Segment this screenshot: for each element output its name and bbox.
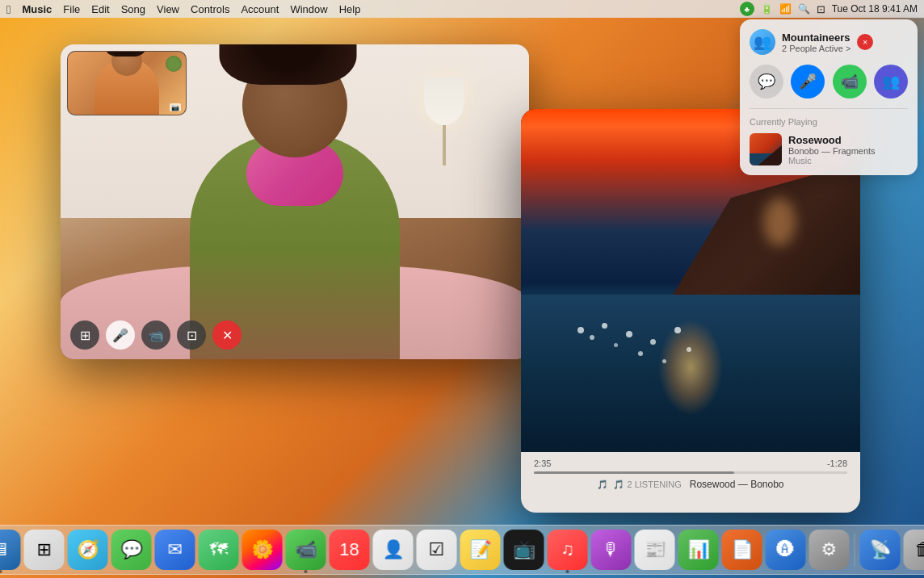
end-call-button[interactable]: ✕: [212, 320, 242, 350]
dock-item-airdrop[interactable]: 📡: [860, 530, 901, 570]
group-subtitle-label[interactable]: 2 People Active >: [782, 44, 850, 53]
particle: [650, 339, 656, 345]
datetime-label[interactable]: Tue Oct 18 9:41 AM: [832, 3, 918, 15]
lamp-decoration: [424, 77, 464, 174]
menu-edit[interactable]: Edit: [91, 3, 109, 15]
dock-item-numbers[interactable]: 📊: [678, 530, 719, 570]
reminders-icon: ☑: [429, 539, 445, 560]
calendar-icon: 18: [339, 539, 359, 560]
facetime-window: 📷 ⊞ 🎤 📹 ⊡ ✕: [61, 44, 529, 359]
music-time-row: 2:35 -1:28: [534, 459, 847, 468]
particle: [602, 323, 607, 329]
dock-item-photos[interactable]: 🌼: [242, 530, 283, 570]
dock-separator: [855, 534, 855, 566]
dock-item-safari[interactable]: 🧭: [68, 530, 108, 570]
music-controls-bar: 2:35 -1:28 🎵 🎵 2 LISTENING Rosewood — Bo…: [521, 452, 860, 513]
people-action-icon: 👥: [882, 73, 900, 90]
menu-view[interactable]: View: [157, 3, 179, 15]
group-avatar-icon: 👥: [750, 29, 775, 55]
mic-icon: 🎤: [112, 328, 128, 343]
notification-actions: 💬 🎤 📹 👥: [750, 65, 908, 98]
mic-action-button[interactable]: 🎤: [791, 65, 825, 98]
dock-item-calendar[interactable]: 18: [330, 530, 370, 570]
music-progress-bar[interactable]: [534, 471, 847, 474]
menubar-left:  Music File Edit Song View Controls Acc…: [6, 2, 360, 16]
notification-popup: 👥 Mountaineers 2 People Active > × 💬 🎤 📹…: [740, 19, 918, 175]
notification-track-info: Rosewood Bonobo — Fragments Music: [788, 134, 908, 165]
apple-logo-icon[interactable]: : [6, 2, 10, 16]
time-remaining: -1:28: [827, 459, 847, 468]
dock-item-pages[interactable]: 📄: [722, 530, 762, 570]
currently-playing-label: Currently Playing: [750, 117, 908, 127]
dock-item-contacts[interactable]: 👤: [373, 530, 414, 570]
menu-song[interactable]: Song: [121, 3, 145, 15]
search-icon[interactable]: 🔍: [798, 3, 810, 15]
dock-item-finder[interactable]: 🖥: [0, 530, 21, 570]
appstore-icon: 🅐: [777, 539, 795, 560]
music-track-info: Rosewood — Bonobo: [690, 479, 784, 490]
dock-item-podcasts[interactable]: 🎙: [591, 530, 632, 570]
dock-item-appletv[interactable]: 📺: [504, 530, 544, 570]
lamp-shade: [424, 77, 464, 125]
dock-item-news[interactable]: 📰: [635, 530, 675, 570]
pip-camera-icon: 📷: [170, 103, 181, 111]
shareplay-status-icon: ♣: [740, 2, 754, 16]
menu-controls[interactable]: Controls: [191, 3, 229, 15]
dock-item-launchpad[interactable]: ⊞: [24, 530, 65, 570]
battery-icon: 🔋: [761, 3, 773, 15]
dock: 🖥 ⊞ 🧭 💬 ✉ 🗺 🌼 📹 18 👤: [0, 525, 924, 575]
app-name-label[interactable]: Music: [22, 3, 52, 15]
particle: [590, 335, 594, 340]
dock-item-reminders[interactable]: ☑: [417, 530, 457, 570]
menu-window[interactable]: Window: [290, 3, 327, 15]
mountain-highlight: [763, 198, 796, 246]
menu-file[interactable]: File: [63, 3, 80, 15]
mute-button[interactable]: 🎤: [106, 320, 135, 350]
video-action-icon: 📹: [841, 73, 859, 90]
dock-item-messages[interactable]: 💬: [111, 530, 152, 570]
people-action-button[interactable]: 👥: [874, 65, 908, 98]
video-action-button[interactable]: 📹: [833, 65, 867, 98]
dock-item-appstore[interactable]: 🅐: [766, 530, 806, 570]
dock-item-mail[interactable]: ✉: [155, 530, 195, 570]
dock-item-maps[interactable]: 🗺: [199, 530, 239, 570]
particle: [614, 343, 618, 347]
menu-help[interactable]: Help: [339, 3, 361, 15]
facetime-main: 📷 ⊞ 🎤 📹 ⊡ ✕: [61, 44, 529, 359]
group-name-label: Mountaineers: [782, 31, 850, 44]
shareplay-icon: 🎵: [597, 480, 608, 490]
screen-share-button[interactable]: ⊡: [177, 320, 206, 350]
news-icon: 📰: [644, 539, 666, 560]
notification-header: 👥 Mountaineers 2 People Active > ×: [750, 29, 908, 55]
mic-action-icon: 🎤: [799, 73, 817, 90]
dock-item-facetime[interactable]: 📹: [286, 530, 326, 570]
listening-count: 🎵 2 LISTENING: [613, 480, 681, 490]
message-action-button[interactable]: 💬: [750, 65, 783, 98]
dock-item-system-preferences[interactable]: ⚙: [809, 530, 850, 570]
music-running-dot: [566, 570, 569, 573]
particle: [578, 327, 584, 333]
screen-icon[interactable]: ⊡: [817, 3, 825, 15]
podcasts-icon: 🎙: [603, 539, 620, 560]
finder-icon: 🖥: [0, 539, 10, 560]
person-hair: [220, 44, 357, 85]
track-source: Music: [788, 156, 908, 165]
pip-window: 📷: [67, 51, 187, 115]
photos-icon: 🌼: [251, 539, 273, 560]
sidebar-toggle-button[interactable]: ⊞: [70, 320, 99, 350]
menu-account[interactable]: Account: [241, 3, 279, 15]
dock-item-music[interactable]: ♫: [548, 530, 588, 570]
camera-button[interactable]: 📹: [141, 320, 170, 350]
particles: [561, 311, 723, 392]
notification-close-button[interactable]: ×: [857, 34, 873, 50]
particle: [626, 331, 632, 337]
screen-share-icon: ⊡: [187, 328, 197, 343]
notes-icon: 📝: [469, 539, 491, 560]
dock-item-trash[interactable]: 🗑: [904, 530, 925, 570]
finder-running-dot: [0, 570, 2, 573]
dock-item-notes[interactable]: 📝: [460, 530, 501, 570]
music-icon: ♫: [561, 539, 574, 560]
pip-plant-leaves: [166, 56, 182, 72]
menubar:  Music File Edit Song View Controls Acc…: [0, 0, 924, 18]
time-elapsed: 2:35: [534, 459, 551, 468]
